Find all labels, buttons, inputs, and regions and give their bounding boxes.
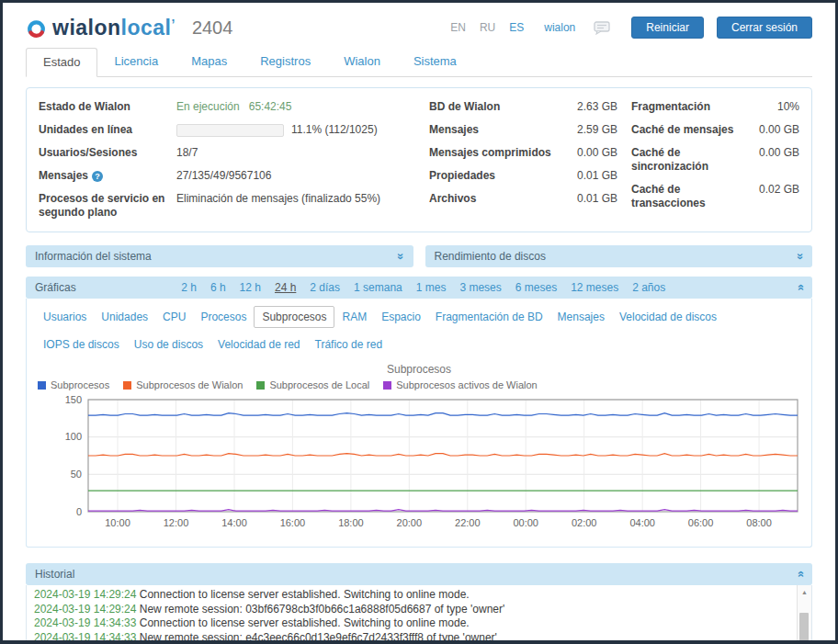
chart-tab-procesos[interactable]: Procesos	[193, 307, 254, 327]
range-24-h[interactable]: 24 h	[275, 281, 296, 294]
status-value: 0.00 GB	[759, 123, 799, 137]
tab-registros[interactable]: Registros	[243, 48, 327, 76]
collapsed-panels-row: Información del sistema»Rendimiento de d…	[26, 245, 812, 267]
history-log-lines: 2024-03-19 14:29:24 Connection to licens…	[27, 585, 811, 644]
collapse-up-icon[interactable]: »	[795, 571, 804, 577]
wialon-status: En ejecución	[176, 100, 240, 113]
legend-label: Subprocesos activos de Wialon	[396, 379, 537, 390]
chart-tab-fragmentaci-n-de-bd[interactable]: Fragmentación de BD	[428, 307, 550, 327]
range-2-d-as[interactable]: 2 días	[310, 281, 340, 294]
panel-title: Información del sistema	[35, 250, 152, 263]
chart-tab-tr-fico-de-red[interactable]: Tráfico de red	[308, 334, 391, 355]
chart-tab-iops-de-discos[interactable]: IOPS de discos	[36, 334, 127, 355]
chart-tab-cpu[interactable]: CPU	[155, 307, 193, 327]
svg-text:00:00: 00:00	[513, 517, 538, 528]
chart-tab-ram[interactable]: RAM	[334, 307, 374, 327]
panel-title: Rendimiento de discos	[435, 250, 546, 263]
status-value: 2.63 GB	[577, 100, 617, 114]
chart-tab-velocidad-de-discos[interactable]: Velocidad de discos	[612, 307, 724, 327]
collapse-down-icon[interactable]: »	[795, 253, 804, 259]
range-6-h[interactable]: 6 h	[210, 281, 226, 294]
svg-text:0: 0	[76, 506, 82, 517]
status-row: Caché de mensajes0.00 GB	[631, 123, 799, 137]
svg-text:02:00: 02:00	[572, 517, 597, 528]
collapse-up-icon[interactable]: »	[795, 284, 804, 290]
status-value: 0.00 GB	[577, 146, 617, 160]
log-message: Connection to license server established…	[140, 616, 470, 629]
chart-legend: SubprocesosSubprocesos de WialonSubproce…	[38, 379, 802, 390]
range-2-h[interactable]: 2 h	[181, 281, 197, 294]
status-value: 0.02 GB	[759, 183, 799, 210]
charts-section: Gráficas 2 h6 h12 h24 h2 días1 semana1 m…	[26, 277, 812, 548]
status-row: Caché de sincronización0.00 GB	[631, 146, 799, 174]
status-label: Caché de sincronización	[631, 146, 759, 174]
chat-icon[interactable]	[594, 21, 611, 35]
tab-sistema[interactable]: Sistema	[397, 48, 473, 76]
wialon-logo-icon	[26, 17, 47, 39]
tab-estado[interactable]: Estado	[26, 48, 97, 77]
panel-header-rendimiento-de-discos[interactable]: Rendimiento de discos»	[425, 245, 813, 267]
log-entry: 2024-03-19 14:29:24 Connection to licens…	[34, 588, 791, 603]
header: wialonlocalʼ 2404 ENRUES wialon Reinicia…	[3, 3, 835, 45]
scrollbar-thumb[interactable]	[799, 613, 809, 644]
lang-ru[interactable]: RU	[480, 21, 495, 34]
chart-tab-mensajes[interactable]: Mensajes	[550, 307, 612, 327]
svg-text:150: 150	[65, 394, 82, 405]
status-column-general: Estado de WialonEn ejecución65:42:45Unid…	[39, 100, 415, 229]
scroll-up-arrow[interactable]: ▲	[798, 586, 811, 598]
svg-text:16:00: 16:00	[280, 517, 306, 528]
chart-tab-unidades[interactable]: Unidades	[94, 307, 155, 327]
brand-mark: ʼ	[171, 17, 175, 31]
chart-tab-usuarios[interactable]: Usuarios	[36, 307, 94, 327]
status-label: Mensajes	[429, 123, 577, 137]
restart-button[interactable]: Reiniciar	[631, 17, 704, 39]
status-row: Propiedades0.01 GB	[429, 169, 617, 183]
range-12-h[interactable]: 12 h	[240, 281, 261, 294]
legend-label: Subprocesos	[51, 379, 109, 390]
collapse-down-icon[interactable]: »	[396, 253, 405, 259]
svg-text:06:00: 06:00	[688, 517, 714, 528]
log-entry: 2024-03-19 14:34:33 Connection to licens…	[34, 616, 791, 631]
main-tabs: EstadoLicenciaMapasRegistrosWialonSistem…	[26, 48, 812, 77]
legend-item-subprocesos-activos-de-wialon: Subprocesos activos de Wialon	[383, 379, 537, 390]
panel-header-informaci-n-del-sistema[interactable]: Información del sistema»	[26, 245, 413, 267]
legend-swatch	[123, 381, 131, 390]
tab-wialon[interactable]: Wialon	[327, 48, 397, 76]
svg-text:14:00: 14:00	[221, 517, 247, 528]
log-timestamp: 2024-03-19 14:34:33	[34, 616, 136, 629]
chart-tab-uso-de-discos[interactable]: Uso de discos	[127, 334, 210, 355]
chart-tab-espacio[interactable]: Espacio	[374, 307, 428, 327]
status-column-cache: Fragmentación10%Caché de mensajes0.00 GB…	[631, 100, 799, 229]
range-1-mes[interactable]: 1 mes	[416, 281, 447, 294]
range-6-meses[interactable]: 6 meses	[515, 281, 557, 294]
charts-panel-header: Gráficas 2 h6 h12 h24 h2 días1 semana1 m…	[26, 277, 812, 299]
range-3-meses[interactable]: 3 meses	[459, 281, 501, 294]
help-icon[interactable]: ?	[92, 171, 103, 182]
charts-content: UsuariosUnidadesCPUProcesosSubprocesosRA…	[26, 299, 812, 548]
range-12-meses[interactable]: 12 meses	[571, 281, 618, 294]
status-value: 27/135/49/9567106	[176, 169, 271, 183]
logout-button[interactable]: Cerrar sesión	[717, 17, 812, 39]
chart-tab-velocidad-de-red[interactable]: Velocidad de red	[210, 334, 307, 355]
vertical-scrollbar[interactable]: ▲ ▼	[797, 585, 811, 644]
range-1-semana[interactable]: 1 semana	[354, 281, 402, 294]
brand-text: wialonlocalʼ	[52, 17, 176, 39]
svg-text:100: 100	[65, 431, 82, 442]
legend-label: Subprocesos de Local	[269, 379, 369, 390]
legend-swatch	[383, 381, 391, 390]
tab-licencia[interactable]: Licencia	[97, 48, 175, 76]
tab-mapas[interactable]: Mapas	[175, 48, 243, 76]
range-2-a-os[interactable]: 2 años	[632, 281, 665, 294]
status-row: Estado de WialonEn ejecución65:42:45	[39, 100, 415, 114]
status-row: Archivos0.01 GB	[429, 192, 617, 206]
status-column-database: BD de Wialon2.63 GBMensajes2.59 GBMensaj…	[429, 100, 617, 229]
status-label: Caché de mensajes	[631, 123, 759, 137]
log-entry: 2024-03-19 14:29:24 New remote session: …	[34, 603, 791, 617]
lang-en[interactable]: EN	[450, 21, 466, 34]
lang-es[interactable]: ES	[509, 21, 524, 34]
user-link[interactable]: wialon	[544, 21, 575, 34]
svg-text:22:00: 22:00	[455, 517, 481, 528]
status-label: Estado de Wialon	[39, 100, 176, 114]
status-row: Procesos de servicio en segundo planoEli…	[39, 192, 415, 220]
chart-tab-subprocesos[interactable]: Subprocesos	[254, 306, 334, 328]
